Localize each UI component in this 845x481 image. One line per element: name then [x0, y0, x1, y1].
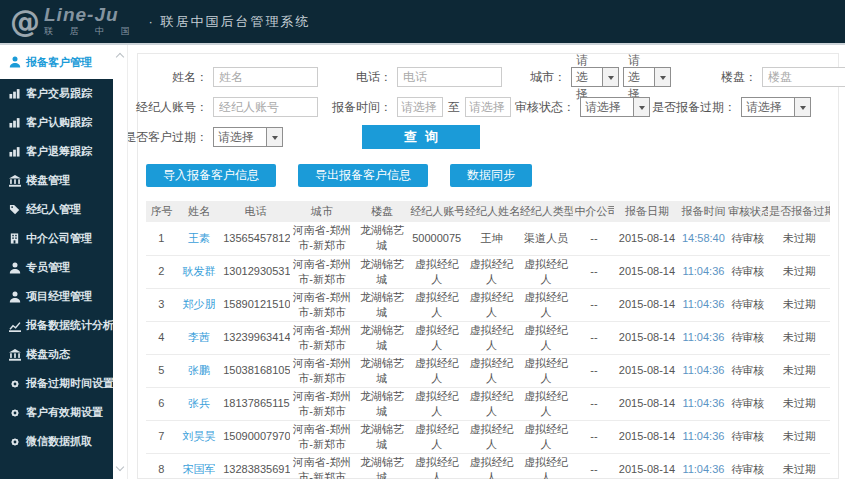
person-icon [8, 56, 21, 68]
sidebar-item-label: 客户退筹跟踪 [26, 144, 92, 159]
sidebar-item-label: 项目经理管理 [26, 289, 92, 304]
customer-name-link[interactable]: 刘昊昊 [177, 420, 221, 453]
export-report-customers-button[interactable]: 导出报备客户信息 [298, 164, 428, 187]
import-report-customers-button[interactable]: 导入报备客户信息 [146, 164, 276, 187]
cell-audit-status: 待审核 [727, 255, 768, 288]
name-label: 姓名： [146, 69, 208, 86]
cell-report-date: 2015-08-14 [614, 321, 679, 354]
col-header-phone: 电话 [221, 201, 289, 222]
customer-name-link[interactable]: 宋国军 [177, 453, 221, 479]
name-input[interactable] [213, 67, 318, 87]
cell-report-date: 2015-08-14 [614, 387, 679, 420]
agent-account-input[interactable] [213, 97, 318, 117]
cell-estate: 龙湖锦艺城 [355, 420, 410, 453]
sidebar-item-agency-mgmt[interactable]: 中介公司管理 [0, 224, 113, 253]
customer-name-link[interactable]: 张兵 [177, 387, 221, 420]
sidebar-item-wechat-data-fetch[interactable]: 微信数据抓取 [0, 427, 113, 456]
city-label: 城市： [508, 69, 566, 86]
chevron-up-icon[interactable] [116, 53, 124, 61]
sidebar-item-report-expire-time-settings[interactable]: 报备过期时间设置 [0, 369, 113, 398]
sidebar-item-project-manager-mgmt[interactable]: 项目经理管理 [0, 282, 113, 311]
sidebar-item-report-stats-analysis[interactable]: 报备数据统计分析 [0, 311, 113, 340]
tag-icon [8, 204, 21, 215]
agent-account-label: 经纪人账号： [146, 99, 208, 116]
cell-phone: 18137865115 [221, 387, 289, 420]
cell-report-time: 11:04:36 [679, 288, 727, 321]
col-header-status: 审核状态 [727, 201, 768, 222]
cell-city: 河南省-郑州市-新郑市 [290, 453, 355, 479]
sidebar-item-customer-refund-track[interactable]: 客户退筹跟踪 [0, 137, 113, 166]
cell-report-time: 11:04:36 [679, 420, 727, 453]
cell-report-time: 11:04:36 [679, 453, 727, 479]
cell-report-date: 2015-08-14 [614, 222, 679, 255]
cell-agent-name: 王坤 [464, 222, 519, 255]
table-header-row: 序号 姓名 电话 城市 楼盘 经纪人账号 经纪人姓名 经纪人类型 中介公司 报备… [146, 201, 830, 222]
cell-estate: 龙湖锦艺城 [355, 222, 410, 255]
cell-estate: 龙湖锦艺城 [355, 321, 410, 354]
gear-icon [8, 407, 21, 419]
sidebar-item-property-mgmt[interactable]: 楼盘管理 [0, 166, 113, 195]
cell-agent-type: 虚拟经纪人 [519, 288, 574, 321]
estate-label: 楼盘： [677, 69, 757, 86]
cell-report-time: 11:04:36 [679, 255, 727, 288]
audit-status-select[interactable]: 请选择 [580, 97, 650, 117]
phone-input[interactable] [397, 67, 502, 87]
cell-expired: 未过期 [768, 354, 830, 387]
estate-input[interactable] [762, 67, 845, 87]
cell-audit-status: 待审核 [727, 222, 768, 255]
cell-phone: 13012930531 [221, 255, 289, 288]
sidebar-item-label: 客户有效期设置 [26, 405, 103, 420]
col-header-agent-type: 经纪人类型 [519, 201, 574, 222]
customer-name-link[interactable]: 王素 [177, 222, 221, 255]
sidebar-item-customer-subscribe-track[interactable]: 客户认购跟踪 [0, 108, 113, 137]
report-time-end-input[interactable] [465, 97, 511, 117]
sidebar-item-property-news[interactable]: 楼盘动态 [0, 340, 113, 369]
col-header-expired: 是否报备过期 [768, 201, 830, 222]
cell-no: 8 [146, 453, 177, 479]
customer-expired-select[interactable]: 请选择 [213, 127, 283, 147]
city-city-select[interactable]: 请选择 [623, 67, 671, 87]
cell-agent-account: 虚拟经纪人 [409, 255, 464, 288]
gear-icon [8, 378, 21, 390]
data-sync-button[interactable]: 数据同步 [450, 164, 532, 187]
customer-name-link[interactable]: 耿发群 [177, 255, 221, 288]
customer-name-link[interactable]: 李茜 [177, 321, 221, 354]
cell-audit-status: 待审核 [727, 453, 768, 479]
sidebar-item-customer-validity-settings[interactable]: 客户有效期设置 [0, 398, 113, 427]
cell-agent-type: 虚拟经纪人 [519, 420, 574, 453]
city-province-select[interactable]: 请选择 [571, 67, 619, 87]
cell-agent-account: 虚拟经纪人 [409, 288, 464, 321]
logo-sub-text: 联 居 中 国 [44, 25, 137, 38]
sidebar-scrollbar[interactable] [113, 45, 128, 479]
cell-no: 4 [146, 321, 177, 354]
cell-agent-name: 虚拟经纪人 [464, 288, 519, 321]
sidebar-item-report-customer-mgmt[interactable]: 报备客户管理 [0, 45, 113, 79]
sidebar-item-customer-trade-track[interactable]: 客户交易跟踪 [0, 79, 113, 108]
customer-name-link[interactable]: 张鹏 [177, 354, 221, 387]
report-time-label: 报备时间： [324, 99, 392, 116]
sidebar-item-specialist-mgmt[interactable]: 专员管理 [0, 253, 113, 282]
cell-audit-status: 待审核 [727, 387, 768, 420]
report-expired-select[interactable]: 请选择 [741, 97, 811, 117]
report-customer-panel: 姓名： 电话： 城市： 请选择 请选择 楼盘： [137, 53, 839, 479]
customer-name-link[interactable]: 郑少朋 [177, 288, 221, 321]
cell-phone: 15090007970 [221, 420, 289, 453]
cell-agent-type: 虚拟经纪人 [519, 354, 574, 387]
customer-expired-label: 是否客户过期： [146, 129, 208, 146]
cell-agent-name: 虚拟经纪人 [464, 354, 519, 387]
audit-status-label: 审核状态： [517, 99, 575, 116]
chevron-down-icon [794, 98, 810, 116]
sidebar-item-agent-mgmt[interactable]: 经纪人管理 [0, 195, 113, 224]
table-row: 5 张鹏 15038168105 河南省-郑州市-新郑市 龙湖锦艺城 虚拟经纪人… [146, 354, 830, 387]
cell-agency: -- [573, 288, 614, 321]
sidebar-item-label: 楼盘动态 [26, 347, 70, 362]
cell-agency: -- [573, 453, 614, 479]
cell-report-date: 2015-08-14 [614, 420, 679, 453]
col-header-no: 序号 [146, 201, 177, 222]
query-button[interactable]: 查询 [362, 125, 480, 149]
cell-expired: 未过期 [768, 453, 830, 479]
cell-agent-account: 虚拟经纪人 [409, 387, 464, 420]
report-time-start-input[interactable] [397, 97, 443, 117]
chevron-down-icon[interactable] [116, 463, 124, 471]
cell-report-date: 2015-08-14 [614, 354, 679, 387]
